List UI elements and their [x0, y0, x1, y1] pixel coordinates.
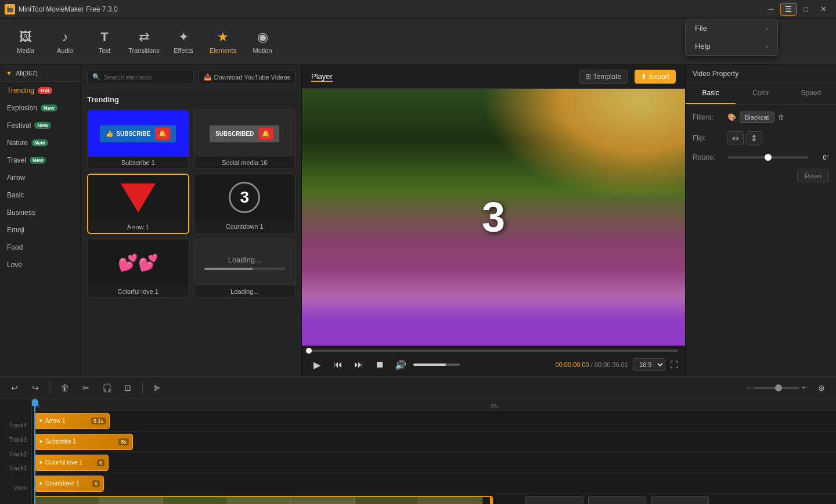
flip-buttons: ⇔ ⇕ [727, 131, 762, 145]
element-card-arrow1[interactable]: Arrow 1 [87, 174, 189, 234]
clip-subscribe1[interactable]: ✦ Subscribe 1 8s [34, 434, 133, 450]
fullscreen-button[interactable]: ⛶ [670, 360, 678, 369]
menu-button[interactable]: ☰ [780, 3, 797, 16]
tab-player[interactable]: Player [311, 72, 333, 82]
sidebar-item-trending[interactable]: Trending Hot [0, 82, 81, 99]
maximize-button[interactable]: □ [798, 3, 814, 16]
progress-thumb[interactable] [306, 348, 312, 354]
sidebar-item-emoji[interactable]: Emoji [0, 221, 81, 239]
sidebar-item-travel[interactable]: Travel New [0, 152, 81, 169]
element-card-colorful-love1[interactable]: 💕💕 Colorful love 1 [87, 239, 189, 298]
extra-clip-2[interactable]: + [588, 496, 646, 505]
extra-clip-3[interactable]: + [651, 496, 709, 505]
chevron-right-icon: › [766, 43, 768, 50]
element-clip-icon: ✦ [38, 459, 43, 466]
delete-filter-icon[interactable]: 🗑 [778, 113, 785, 121]
elements-search-bar: 🔍 Search elements 📥 Download YouTube Vid… [81, 65, 301, 89]
search-box[interactable]: 🔍 Search elements [87, 70, 194, 84]
volume-icon[interactable]: 🔊 [392, 357, 409, 373]
video-end-marker [490, 497, 492, 505]
loading-bar [204, 268, 285, 270]
minimize-button[interactable]: ─ [763, 3, 779, 16]
filter-chip[interactable]: Blackcat [740, 111, 774, 123]
tool-audio[interactable]: ♪ Audio [46, 22, 84, 62]
element-card-countdown1[interactable]: 3 Countdown 1 [194, 174, 296, 234]
track-label-video: Video [0, 476, 31, 499]
tab-basic[interactable]: Basic [686, 83, 736, 104]
flip-label: Flip: [693, 134, 727, 142]
stop-button[interactable]: ⏹ [372, 357, 388, 373]
reset-button[interactable]: Reset [797, 170, 829, 182]
controls-row: ▶ ⏮ ⏭ ⏹ 🔊 00:00:00.00 / 00:00:36.01 16:9… [309, 357, 678, 373]
rotate-slider[interactable] [727, 156, 808, 159]
all-category-header[interactable]: ▼ All(367) [0, 65, 81, 82]
zoom-in-icon[interactable]: + [802, 384, 806, 392]
clip-colorful-love1[interactable]: ✦ Colorful love 1 6 [34, 455, 109, 471]
play-button[interactable]: ▶ [309, 357, 325, 373]
element-card-socialmedia16[interactable]: SUBSCRIBED 🔔 Social media 16 [194, 110, 296, 169]
app-title: MiniTool MovieMaker Free 7.3.0 [19, 5, 763, 13]
time-display: 00:00:00.00 / 00:00:36.01 [556, 361, 628, 368]
toolbar-separator-2 [142, 382, 143, 394]
delete-button[interactable]: 🗑 [57, 380, 73, 395]
split-button[interactable]: ⫸ [150, 380, 165, 395]
progress-bar[interactable] [309, 350, 678, 352]
new-badge: New [41, 105, 57, 111]
track-area[interactable]: 0s 36s ✦ Arrow 1 6.1s [32, 399, 836, 504]
tool-text[interactable]: T Text [86, 22, 123, 62]
rotate-thumb[interactable] [765, 154, 772, 161]
clip-arrow1[interactable]: ✦ Arrow 1 6.1s [34, 413, 110, 429]
zoom-slider[interactable] [753, 387, 799, 389]
download-youtube-button[interactable]: 📥 Download YouTube Videos [199, 70, 296, 84]
audio-detach-button[interactable]: 🎧 [99, 380, 114, 395]
filters-row: Filters: 🎨 Blackcat 🗑 [693, 111, 829, 123]
tool-elements[interactable]: ★ Elements [204, 22, 242, 62]
video-container: 3 [302, 89, 685, 345]
sidebar-item-arrow[interactable]: Arrow [0, 169, 81, 186]
prev-frame-button[interactable]: ⏮ [330, 357, 346, 373]
sidebar-item-love[interactable]: Love [0, 256, 81, 273]
dropdown-item-file[interactable]: File › [686, 19, 777, 37]
redo-button[interactable]: ↪ [28, 380, 43, 395]
element-card-subscribe1[interactable]: 👍 SUBSCRIBE 🔔 Subscribe 1 [87, 110, 189, 169]
add-track-button[interactable]: ⊕ [814, 380, 829, 395]
clip-duration: 6 [92, 480, 100, 487]
close-button[interactable]: ✕ [815, 3, 831, 16]
dropdown-item-help[interactable]: Help › [686, 37, 777, 55]
arrow-shape [121, 183, 156, 213]
aspect-ratio-select[interactable]: 16:9 9:16 1:1 4:3 [633, 358, 665, 371]
sidebar-item-explosion[interactable]: Explosion New [0, 99, 81, 117]
tab-color[interactable]: Color [736, 83, 785, 104]
video-clip[interactable] [34, 496, 493, 505]
volume-slider[interactable] [413, 363, 460, 366]
next-frame-button[interactable]: ⏭ [351, 357, 367, 373]
undo-button[interactable]: ↩ [7, 380, 22, 395]
crop-button[interactable]: ⊡ [120, 380, 135, 395]
extra-clip-1[interactable]: + [525, 496, 583, 505]
tool-effects[interactable]: ✦ Effects [165, 22, 202, 62]
hot-badge: Hot [38, 87, 52, 94]
flip-vertical-button[interactable]: ⇕ [746, 131, 762, 145]
export-button[interactable]: ⬆ Export [635, 70, 676, 84]
zoom-thumb[interactable] [775, 384, 782, 391]
rotate-value: 0° [727, 154, 829, 161]
cut-button[interactable]: ✂ [78, 380, 93, 395]
template-button[interactable]: ⊞ Template [579, 70, 628, 84]
zoom-out-icon[interactable]: − [747, 384, 751, 392]
clip-countdown1[interactable]: ✦ Countdown 1 6 [34, 476, 104, 492]
sidebar-item-food[interactable]: Food [0, 239, 81, 256]
tab-speed[interactable]: Speed [786, 83, 836, 104]
sidebar-item-festival[interactable]: Festival New [0, 117, 81, 134]
sidebar-item-business[interactable]: Business [0, 204, 81, 221]
tool-transitions[interactable]: ⇄ Transitions [125, 22, 163, 62]
element-thumb-arrow [88, 175, 188, 221]
property-content: Filters: 🎨 Blackcat 🗑 Flip: ⇔ ⇕ Rotate: [686, 105, 836, 376]
sidebar-item-basic[interactable]: Basic [0, 186, 81, 204]
tool-media[interactable]: 🖼 Media [7, 22, 44, 62]
flip-horizontal-button[interactable]: ⇔ [727, 131, 744, 145]
tool-motion[interactable]: ◉ Motion [244, 22, 281, 62]
playhead [34, 399, 35, 410]
sidebar-item-nature[interactable]: Nature New [0, 134, 81, 152]
property-tabs: Basic Color Speed [686, 83, 836, 105]
element-card-loading[interactable]: Loading... Loading... [194, 239, 296, 298]
